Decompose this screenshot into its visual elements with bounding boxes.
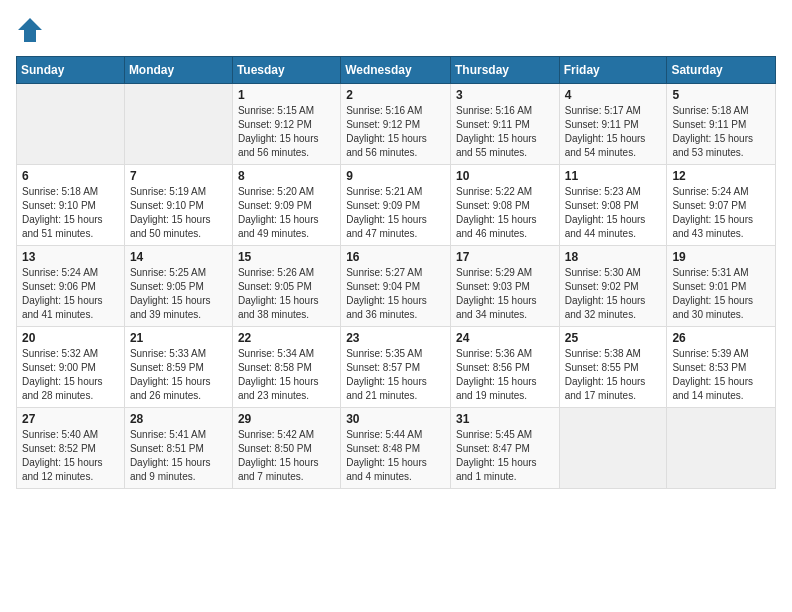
calendar-body: 1Sunrise: 5:15 AM Sunset: 9:12 PM Daylig…: [17, 84, 776, 489]
calendar-cell: 23Sunrise: 5:35 AM Sunset: 8:57 PM Dayli…: [341, 327, 451, 408]
day-info: Sunrise: 5:15 AM Sunset: 9:12 PM Dayligh…: [238, 104, 335, 160]
day-info: Sunrise: 5:16 AM Sunset: 9:12 PM Dayligh…: [346, 104, 445, 160]
day-number: 28: [130, 412, 227, 426]
calendar-cell: 28Sunrise: 5:41 AM Sunset: 8:51 PM Dayli…: [124, 408, 232, 489]
calendar-cell: [559, 408, 667, 489]
week-row-2: 6Sunrise: 5:18 AM Sunset: 9:10 PM Daylig…: [17, 165, 776, 246]
calendar-cell: [17, 84, 125, 165]
day-number: 10: [456, 169, 554, 183]
calendar-cell: 19Sunrise: 5:31 AM Sunset: 9:01 PM Dayli…: [667, 246, 776, 327]
day-number: 7: [130, 169, 227, 183]
day-info: Sunrise: 5:42 AM Sunset: 8:50 PM Dayligh…: [238, 428, 335, 484]
header-tuesday: Tuesday: [232, 57, 340, 84]
day-number: 20: [22, 331, 119, 345]
day-number: 19: [672, 250, 770, 264]
calendar-cell: 1Sunrise: 5:15 AM Sunset: 9:12 PM Daylig…: [232, 84, 340, 165]
day-number: 12: [672, 169, 770, 183]
header-wednesday: Wednesday: [341, 57, 451, 84]
svg-marker-0: [18, 18, 42, 42]
header-monday: Monday: [124, 57, 232, 84]
day-info: Sunrise: 5:21 AM Sunset: 9:09 PM Dayligh…: [346, 185, 445, 241]
day-number: 13: [22, 250, 119, 264]
day-number: 25: [565, 331, 662, 345]
day-number: 21: [130, 331, 227, 345]
header-thursday: Thursday: [450, 57, 559, 84]
day-number: 18: [565, 250, 662, 264]
day-info: Sunrise: 5:40 AM Sunset: 8:52 PM Dayligh…: [22, 428, 119, 484]
day-info: Sunrise: 5:44 AM Sunset: 8:48 PM Dayligh…: [346, 428, 445, 484]
day-number: 6: [22, 169, 119, 183]
calendar-cell: 30Sunrise: 5:44 AM Sunset: 8:48 PM Dayli…: [341, 408, 451, 489]
week-row-4: 20Sunrise: 5:32 AM Sunset: 9:00 PM Dayli…: [17, 327, 776, 408]
calendar-cell: 24Sunrise: 5:36 AM Sunset: 8:56 PM Dayli…: [450, 327, 559, 408]
day-info: Sunrise: 5:16 AM Sunset: 9:11 PM Dayligh…: [456, 104, 554, 160]
calendar-header: SundayMondayTuesdayWednesdayThursdayFrid…: [17, 57, 776, 84]
calendar-cell: 2Sunrise: 5:16 AM Sunset: 9:12 PM Daylig…: [341, 84, 451, 165]
calendar-cell: 6Sunrise: 5:18 AM Sunset: 9:10 PM Daylig…: [17, 165, 125, 246]
day-number: 15: [238, 250, 335, 264]
week-row-1: 1Sunrise: 5:15 AM Sunset: 9:12 PM Daylig…: [17, 84, 776, 165]
day-number: 17: [456, 250, 554, 264]
calendar-cell: 3Sunrise: 5:16 AM Sunset: 9:11 PM Daylig…: [450, 84, 559, 165]
day-number: 3: [456, 88, 554, 102]
day-info: Sunrise: 5:32 AM Sunset: 9:00 PM Dayligh…: [22, 347, 119, 403]
header-friday: Friday: [559, 57, 667, 84]
calendar-cell: 9Sunrise: 5:21 AM Sunset: 9:09 PM Daylig…: [341, 165, 451, 246]
calendar-cell: 22Sunrise: 5:34 AM Sunset: 8:58 PM Dayli…: [232, 327, 340, 408]
calendar-cell: 25Sunrise: 5:38 AM Sunset: 8:55 PM Dayli…: [559, 327, 667, 408]
day-info: Sunrise: 5:24 AM Sunset: 9:06 PM Dayligh…: [22, 266, 119, 322]
week-row-5: 27Sunrise: 5:40 AM Sunset: 8:52 PM Dayli…: [17, 408, 776, 489]
calendar-cell: 10Sunrise: 5:22 AM Sunset: 9:08 PM Dayli…: [450, 165, 559, 246]
calendar-cell: 21Sunrise: 5:33 AM Sunset: 8:59 PM Dayli…: [124, 327, 232, 408]
day-info: Sunrise: 5:33 AM Sunset: 8:59 PM Dayligh…: [130, 347, 227, 403]
day-number: 1: [238, 88, 335, 102]
calendar-cell: 26Sunrise: 5:39 AM Sunset: 8:53 PM Dayli…: [667, 327, 776, 408]
day-info: Sunrise: 5:35 AM Sunset: 8:57 PM Dayligh…: [346, 347, 445, 403]
day-info: Sunrise: 5:30 AM Sunset: 9:02 PM Dayligh…: [565, 266, 662, 322]
day-info: Sunrise: 5:45 AM Sunset: 8:47 PM Dayligh…: [456, 428, 554, 484]
day-number: 30: [346, 412, 445, 426]
calendar-cell: 14Sunrise: 5:25 AM Sunset: 9:05 PM Dayli…: [124, 246, 232, 327]
day-number: 8: [238, 169, 335, 183]
calendar-cell: 16Sunrise: 5:27 AM Sunset: 9:04 PM Dayli…: [341, 246, 451, 327]
calendar-cell: 8Sunrise: 5:20 AM Sunset: 9:09 PM Daylig…: [232, 165, 340, 246]
page-header: [16, 16, 776, 44]
day-number: 16: [346, 250, 445, 264]
day-number: 31: [456, 412, 554, 426]
day-info: Sunrise: 5:18 AM Sunset: 9:11 PM Dayligh…: [672, 104, 770, 160]
calendar-cell: 31Sunrise: 5:45 AM Sunset: 8:47 PM Dayli…: [450, 408, 559, 489]
day-number: 2: [346, 88, 445, 102]
calendar-cell: 5Sunrise: 5:18 AM Sunset: 9:11 PM Daylig…: [667, 84, 776, 165]
calendar-cell: 4Sunrise: 5:17 AM Sunset: 9:11 PM Daylig…: [559, 84, 667, 165]
day-info: Sunrise: 5:39 AM Sunset: 8:53 PM Dayligh…: [672, 347, 770, 403]
calendar-cell: 15Sunrise: 5:26 AM Sunset: 9:05 PM Dayli…: [232, 246, 340, 327]
day-info: Sunrise: 5:17 AM Sunset: 9:11 PM Dayligh…: [565, 104, 662, 160]
day-info: Sunrise: 5:41 AM Sunset: 8:51 PM Dayligh…: [130, 428, 227, 484]
day-number: 14: [130, 250, 227, 264]
day-number: 22: [238, 331, 335, 345]
day-number: 23: [346, 331, 445, 345]
day-info: Sunrise: 5:38 AM Sunset: 8:55 PM Dayligh…: [565, 347, 662, 403]
day-number: 5: [672, 88, 770, 102]
day-info: Sunrise: 5:27 AM Sunset: 9:04 PM Dayligh…: [346, 266, 445, 322]
day-info: Sunrise: 5:22 AM Sunset: 9:08 PM Dayligh…: [456, 185, 554, 241]
day-number: 4: [565, 88, 662, 102]
logo: [16, 16, 48, 44]
calendar-cell: 12Sunrise: 5:24 AM Sunset: 9:07 PM Dayli…: [667, 165, 776, 246]
day-info: Sunrise: 5:23 AM Sunset: 9:08 PM Dayligh…: [565, 185, 662, 241]
calendar-table: SundayMondayTuesdayWednesdayThursdayFrid…: [16, 56, 776, 489]
week-row-3: 13Sunrise: 5:24 AM Sunset: 9:06 PM Dayli…: [17, 246, 776, 327]
day-info: Sunrise: 5:25 AM Sunset: 9:05 PM Dayligh…: [130, 266, 227, 322]
calendar-cell: 27Sunrise: 5:40 AM Sunset: 8:52 PM Dayli…: [17, 408, 125, 489]
calendar-cell: 11Sunrise: 5:23 AM Sunset: 9:08 PM Dayli…: [559, 165, 667, 246]
day-info: Sunrise: 5:18 AM Sunset: 9:10 PM Dayligh…: [22, 185, 119, 241]
calendar-cell: 29Sunrise: 5:42 AM Sunset: 8:50 PM Dayli…: [232, 408, 340, 489]
day-number: 11: [565, 169, 662, 183]
day-info: Sunrise: 5:31 AM Sunset: 9:01 PM Dayligh…: [672, 266, 770, 322]
header-row: SundayMondayTuesdayWednesdayThursdayFrid…: [17, 57, 776, 84]
day-number: 27: [22, 412, 119, 426]
day-info: Sunrise: 5:34 AM Sunset: 8:58 PM Dayligh…: [238, 347, 335, 403]
calendar-cell: 20Sunrise: 5:32 AM Sunset: 9:00 PM Dayli…: [17, 327, 125, 408]
calendar-cell: 18Sunrise: 5:30 AM Sunset: 9:02 PM Dayli…: [559, 246, 667, 327]
calendar-cell: 17Sunrise: 5:29 AM Sunset: 9:03 PM Dayli…: [450, 246, 559, 327]
